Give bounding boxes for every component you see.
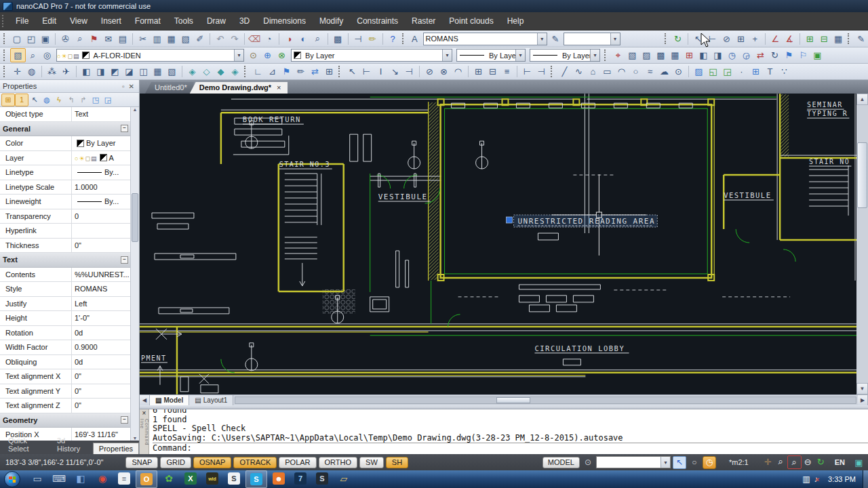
toggle-grid[interactable]: GRID: [160, 457, 191, 468]
field-update-icon[interactable]: ↻: [671, 33, 685, 45]
menu-draw[interactable]: Draw: [200, 12, 233, 30]
property-value[interactable]: 0d: [72, 358, 130, 366]
redo-icon[interactable]: ↷: [227, 33, 241, 45]
property-value[interactable]: By Layer: [72, 139, 130, 147]
draw-order-icon[interactable]: ◔: [262, 33, 276, 45]
dim-leader-icon[interactable]: ↘: [388, 65, 402, 78]
property-value[interactable]: 0: [72, 212, 130, 220]
zoom-realtime-icon[interactable]: ⌕: [311, 33, 325, 45]
prop-globe-icon[interactable]: ◍: [41, 94, 53, 106]
polygon-icon[interactable]: ⌂: [586, 65, 600, 78]
text-style-combo[interactable]: ROMANS▾: [423, 33, 547, 45]
distance-icon[interactable]: ⊣: [351, 33, 366, 45]
dim-break-icon[interactable]: ⊢: [520, 65, 534, 78]
refresh-tool-icon[interactable]: ↻: [814, 455, 827, 468]
ucs-prev-icon[interactable]: ⊿: [265, 65, 279, 78]
select-prev-icon[interactable]: ▦: [668, 49, 682, 62]
pin-icon[interactable]: ▫: [120, 83, 127, 90]
prop-select-new-icon[interactable]: ⊞: [1, 94, 15, 106]
scroll-up-icon[interactable]: ▲: [133, 107, 138, 112]
table-export-icon[interactable]: ▦: [831, 33, 846, 45]
chevron-down-icon[interactable]: ▾: [660, 457, 670, 468]
chevron-down-icon[interactable]: ▾: [442, 49, 452, 61]
scrollbar-thumb[interactable]: [857, 142, 867, 208]
angle2-icon[interactable]: ∡: [783, 33, 797, 45]
panel-tab-quick-select[interactable]: Quick Select: [3, 435, 52, 454]
scroll-down-icon[interactable]: ▼: [133, 436, 138, 441]
select-window-icon[interactable]: ▧: [625, 49, 639, 62]
linetype-combo[interactable]: By Layer▾: [456, 49, 526, 62]
dim-radius-icon[interactable]: ⊘: [422, 65, 437, 78]
s-white-app-icon[interactable]: S: [224, 470, 244, 487]
region2-icon[interactable]: ◲: [720, 65, 734, 78]
lineweight-combo[interactable]: By Layer▾: [530, 49, 600, 62]
ungroup-icon[interactable]: ◧: [696, 49, 711, 62]
fullscreen-icon[interactable]: ▣: [852, 456, 865, 468]
dot-icon[interactable]: ·: [734, 65, 749, 78]
dim-aligned-icon[interactable]: ⊣: [402, 65, 416, 78]
preview-icon[interactable]: ⌕: [73, 33, 87, 45]
dim-linear-icon[interactable]: ⊢: [359, 65, 374, 78]
property-value[interactable]: Text: [72, 110, 130, 118]
points-icon[interactable]: ∵: [777, 65, 791, 78]
scrollbar-thumb[interactable]: [132, 193, 138, 242]
zoom-out-tool-icon[interactable]: ⊖: [802, 455, 814, 468]
display-settings-icon[interactable]: ▭: [27, 470, 47, 487]
view-back-icon[interactable]: ◫: [136, 65, 151, 78]
bulb-icon[interactable]: ○: [688, 457, 701, 468]
hatch-icon[interactable]: ▨: [692, 65, 706, 78]
command-prompt[interactable]: Command:: [153, 443, 868, 453]
angle-icon[interactable]: ∠: [768, 33, 783, 45]
chevron-down-icon[interactable]: ▾: [610, 33, 620, 45]
select-fence-icon[interactable]: ▩: [654, 49, 668, 62]
speaker-muted-icon[interactable]: ♪✕: [814, 474, 820, 484]
rectangle-icon[interactable]: ▭: [600, 65, 614, 78]
toggle-ortho[interactable]: ORTHO: [319, 457, 358, 468]
tab-layout1[interactable]: ▤Layout1: [189, 395, 233, 405]
notepad-icon[interactable]: ≡: [114, 470, 134, 487]
panel-tab-3d-history[interactable]: 3d History: [52, 435, 93, 454]
paste-icon[interactable]: ▦: [164, 33, 178, 45]
property-value[interactable]: 0": [72, 372, 130, 380]
menu-file[interactable]: File: [9, 12, 35, 30]
add-select-icon[interactable]: ⌖: [611, 49, 625, 62]
scroll-up-icon[interactable]: ▲: [856, 94, 868, 105]
dim-continue-icon[interactable]: ⊟: [486, 65, 500, 78]
copy-icon[interactable]: ▥: [150, 33, 164, 45]
dim-style-combo[interactable]: ▾: [564, 33, 620, 45]
arc-icon[interactable]: ◠: [614, 65, 629, 78]
region-icon[interactable]: ◱: [706, 65, 720, 78]
folder-icon[interactable]: ▱: [334, 470, 354, 487]
line-icon[interactable]: ╱: [557, 65, 572, 78]
select-crossing-icon[interactable]: ▨: [639, 49, 654, 62]
iso-ne-icon[interactable]: ◆: [214, 65, 228, 78]
text-icon[interactable]: T: [763, 65, 777, 78]
iso-sw-icon[interactable]: ◈: [185, 65, 199, 78]
menu-modify[interactable]: Modify: [313, 12, 350, 30]
property-value[interactable]: By...: [72, 168, 130, 176]
menu-dimensions[interactable]: Dimensions: [256, 12, 313, 30]
help-icon[interactable]: ?: [386, 33, 400, 45]
layer-combo[interactable]: ○☀◻▤ A-FLOR-IDEN▾: [56, 49, 244, 62]
dim-diameter-icon[interactable]: ⊗: [437, 65, 451, 78]
clock-icon[interactable]: ◷: [703, 456, 716, 469]
pedit-icon[interactable]: ✏: [366, 33, 380, 45]
property-value[interactable]: 0": [72, 387, 130, 395]
tab-model[interactable]: ▤Model: [150, 395, 189, 405]
prop-paste-icon[interactable]: ↱: [77, 94, 90, 106]
rotate90-icon[interactable]: ◷: [725, 49, 739, 62]
prop-lightning-icon[interactable]: ϟ: [53, 94, 65, 106]
table-icon[interactable]: ⊞: [749, 65, 763, 78]
property-value[interactable]: By...: [72, 197, 130, 205]
group-icon[interactable]: ⊞: [682, 49, 696, 62]
view-left-icon[interactable]: ◩: [108, 65, 122, 78]
s-dark-app-icon[interactable]: S: [312, 470, 332, 487]
zoom-window-tool-icon[interactable]: ⌕: [787, 455, 802, 469]
paste-block-icon[interactable]: ▧: [178, 33, 193, 45]
edit-attribute-icon[interactable]: ✎: [854, 33, 868, 45]
orbit-icon[interactable]: ◍: [24, 65, 39, 78]
iso-nw-icon[interactable]: ◈: [228, 65, 242, 78]
ucs-grid-icon[interactable]: ⊞: [322, 65, 336, 78]
ucs-z-icon[interactable]: ✏: [294, 65, 308, 78]
scrollbar-thumb[interactable]: [496, 397, 530, 403]
